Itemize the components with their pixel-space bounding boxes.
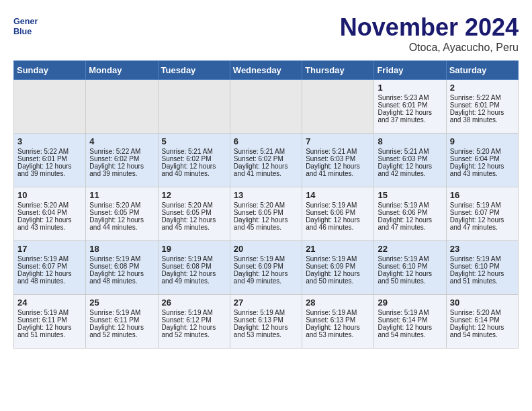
- day-info: Sunrise: 5:21 AM: [378, 148, 442, 155]
- calendar-cell: 11Sunrise: 5:20 AMSunset: 6:05 PMDayligh…: [86, 187, 158, 241]
- day-info: Sunset: 6:11 PM: [89, 316, 154, 324]
- day-info: Sunrise: 5:19 AM: [234, 255, 298, 263]
- calendar-cell: 16Sunrise: 5:19 AMSunset: 6:07 PMDayligh…: [446, 187, 518, 241]
- day-info: and 47 minutes.: [450, 224, 515, 231]
- day-info: Daylight: 12 hours: [378, 109, 442, 116]
- day-number: 28: [306, 298, 370, 308]
- day-info: Daylight: 12 hours: [378, 270, 442, 277]
- calendar-cell: 15Sunrise: 5:19 AMSunset: 6:06 PMDayligh…: [374, 187, 446, 241]
- day-info: Sunset: 6:14 PM: [378, 316, 442, 324]
- day-info: Daylight: 12 hours: [17, 216, 82, 224]
- day-info: Sunrise: 5:23 AM: [378, 94, 442, 101]
- day-info: Sunset: 6:02 PM: [162, 155, 226, 163]
- header-cell-tuesday: Tuesday: [158, 61, 230, 80]
- day-info: Daylight: 12 hours: [450, 109, 515, 116]
- day-info: Sunrise: 5:19 AM: [378, 201, 442, 209]
- day-info: and 54 minutes.: [378, 331, 442, 338]
- month-title: November 2024: [340, 13, 519, 42]
- calendar-cell: 5Sunrise: 5:21 AMSunset: 6:02 PMDaylight…: [158, 134, 230, 187]
- day-info: Sunset: 6:02 PM: [234, 155, 298, 163]
- week-row-3: 10Sunrise: 5:20 AMSunset: 6:04 PMDayligh…: [14, 187, 519, 241]
- day-info: Daylight: 12 hours: [89, 216, 154, 224]
- day-info: Daylight: 12 hours: [306, 324, 370, 331]
- day-number: 25: [89, 298, 154, 308]
- logo-icon: GeneralBlue: [13, 13, 38, 38]
- day-info: and 54 minutes.: [450, 331, 515, 338]
- calendar-cell: [14, 80, 86, 134]
- day-info: Daylight: 12 hours: [450, 270, 515, 277]
- day-info: and 40 minutes.: [162, 170, 226, 177]
- day-info: Daylight: 12 hours: [306, 216, 370, 224]
- day-info: and 47 minutes.: [378, 224, 442, 231]
- day-info: and 39 minutes.: [89, 170, 154, 177]
- day-number: 21: [306, 244, 370, 254]
- day-info: Sunset: 6:04 PM: [17, 209, 82, 216]
- day-info: and 42 minutes.: [378, 170, 442, 177]
- day-info: Sunrise: 5:19 AM: [378, 309, 442, 316]
- svg-text:General: General: [13, 17, 38, 26]
- day-info: Sunset: 6:01 PM: [378, 101, 442, 109]
- day-number: 23: [450, 244, 515, 254]
- day-number: 12: [162, 190, 226, 200]
- day-info: Sunrise: 5:22 AM: [450, 94, 515, 101]
- day-info: Sunrise: 5:19 AM: [89, 309, 154, 316]
- week-row-4: 17Sunrise: 5:19 AMSunset: 6:07 PMDayligh…: [14, 241, 519, 295]
- calendar-cell: 2Sunrise: 5:22 AMSunset: 6:01 PMDaylight…: [446, 80, 518, 134]
- day-number: 5: [162, 136, 226, 146]
- day-number: 24: [17, 298, 82, 308]
- day-info: Daylight: 12 hours: [306, 163, 370, 170]
- day-info: Daylight: 12 hours: [450, 324, 515, 331]
- day-info: and 52 minutes.: [89, 331, 154, 338]
- day-info: Sunrise: 5:19 AM: [17, 309, 82, 316]
- day-info: and 41 minutes.: [234, 170, 298, 177]
- day-info: Sunrise: 5:19 AM: [162, 255, 226, 263]
- header-cell-sunday: Sunday: [14, 61, 86, 80]
- day-info: Sunset: 6:08 PM: [89, 263, 154, 270]
- day-info: Sunrise: 5:19 AM: [306, 309, 370, 316]
- day-number: 4: [89, 136, 154, 146]
- day-info: Daylight: 12 hours: [234, 163, 298, 170]
- day-info: Daylight: 12 hours: [17, 270, 82, 277]
- day-info: Sunset: 6:03 PM: [378, 155, 442, 163]
- day-info: Sunrise: 5:19 AM: [89, 255, 154, 263]
- day-info: Sunset: 6:09 PM: [306, 263, 370, 270]
- svg-text:Blue: Blue: [13, 27, 32, 36]
- day-number: 26: [162, 298, 226, 308]
- calendar-cell: 23Sunrise: 5:19 AMSunset: 6:10 PMDayligh…: [446, 241, 518, 295]
- calendar-cell: [158, 80, 230, 134]
- day-info: Daylight: 12 hours: [162, 270, 226, 277]
- day-info: Sunset: 6:10 PM: [378, 263, 442, 270]
- day-info: and 48 minutes.: [17, 277, 82, 285]
- day-number: 20: [234, 244, 298, 254]
- calendar-cell: 9Sunrise: 5:20 AMSunset: 6:04 PMDaylight…: [446, 134, 518, 187]
- day-info: and 46 minutes.: [306, 224, 370, 231]
- day-info: Sunset: 6:09 PM: [234, 263, 298, 270]
- day-info: Sunset: 6:03 PM: [306, 155, 370, 163]
- day-info: Sunrise: 5:22 AM: [89, 148, 154, 155]
- page-header: GeneralBlue November 2024 Otoca, Ayacuch…: [13, 13, 519, 54]
- day-info: and 51 minutes.: [17, 331, 82, 338]
- day-info: Daylight: 12 hours: [17, 163, 82, 170]
- day-info: and 53 minutes.: [234, 331, 298, 338]
- calendar-cell: [86, 80, 158, 134]
- day-info: Sunset: 6:06 PM: [306, 209, 370, 216]
- day-info: and 45 minutes.: [162, 224, 226, 231]
- day-number: 13: [234, 190, 298, 200]
- day-info: and 50 minutes.: [378, 277, 442, 285]
- day-info: and 52 minutes.: [162, 331, 226, 338]
- day-info: Sunset: 6:07 PM: [17, 263, 82, 270]
- calendar-cell: 22Sunrise: 5:19 AMSunset: 6:10 PMDayligh…: [374, 241, 446, 295]
- day-info: and 49 minutes.: [162, 277, 226, 285]
- day-info: Sunset: 6:08 PM: [162, 263, 226, 270]
- day-info: Sunset: 6:12 PM: [162, 316, 226, 324]
- day-info: Sunset: 6:02 PM: [89, 155, 154, 163]
- day-info: and 53 minutes.: [306, 331, 370, 338]
- header-cell-monday: Monday: [86, 61, 158, 80]
- day-number: 3: [17, 136, 82, 146]
- day-info: Sunrise: 5:19 AM: [306, 255, 370, 263]
- calendar-cell: 29Sunrise: 5:19 AMSunset: 6:14 PMDayligh…: [374, 295, 446, 349]
- day-info: Sunrise: 5:19 AM: [378, 255, 442, 263]
- day-info: Sunset: 6:14 PM: [450, 316, 515, 324]
- day-info: Sunrise: 5:21 AM: [162, 148, 226, 155]
- day-info: and 44 minutes.: [89, 224, 154, 231]
